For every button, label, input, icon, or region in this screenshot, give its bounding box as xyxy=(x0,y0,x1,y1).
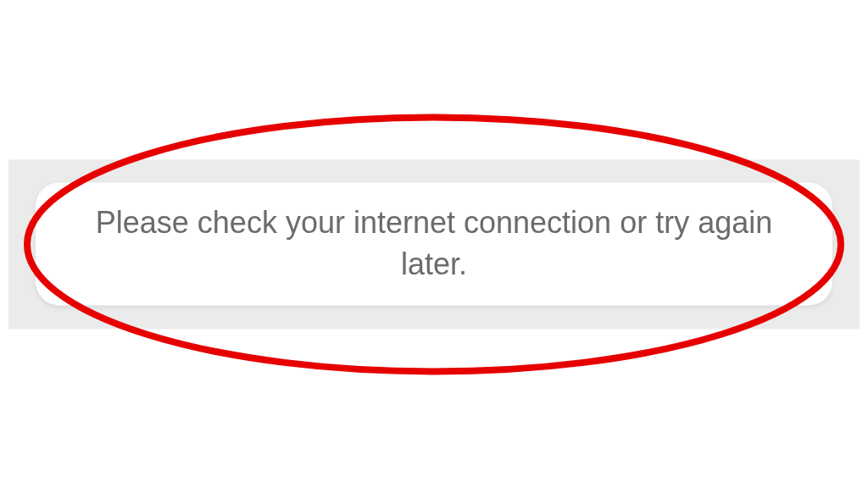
error-toast: Please check your internet connection or… xyxy=(36,182,832,305)
toast-container: Please check your internet connection or… xyxy=(0,182,868,305)
toast-message: Please check your internet connection or… xyxy=(70,202,798,285)
